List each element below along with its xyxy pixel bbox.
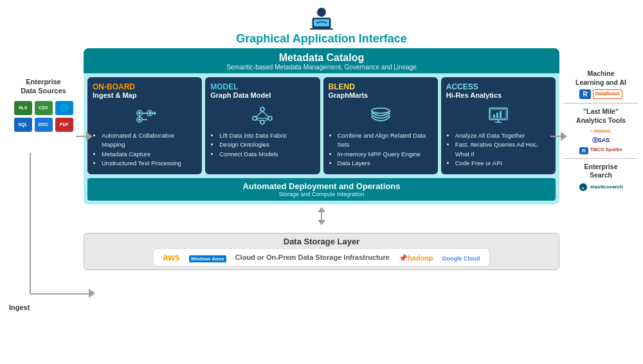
vert-line [321,212,322,220]
divider1 [564,103,638,104]
svg-rect-28 [496,113,498,118]
right-panel: MachineLearning and AI R DataRobot "Last… [564,69,638,192]
enterprise-search-title: EnterpriseSearch [564,163,638,180]
col-access: ACCESS Hi-Res Analytics [441,77,556,174]
col-blend-bullets: Combine and Align Related Data Sets In-m… [329,131,433,168]
svg-point-8 [149,112,151,114]
col-blend-subtitle: GraphMarts [329,91,433,99]
metadata-title: Metadata Catalog [90,52,553,64]
main-layout: Graphical Application Interface Metadata… [0,0,643,364]
analytics-icon [487,104,510,126]
left-panel: EnterpriseData Sources XLS CSV 🌐 SQL DOC… [6,77,80,138]
col-access-label: ACCESS [446,82,550,91]
bullet-item: Unstructured Text Processing [102,159,197,168]
divider2 [564,158,638,159]
bullet-item: Connect Data Models [219,150,314,159]
bullet-item: Data Layers [338,159,433,168]
ml-title: MachineLearning and AI [564,69,638,87]
pdf-icon: PDF [55,118,73,132]
col-blend-icon [329,103,433,127]
vert-arrows [318,207,325,225]
ingest-map-icon [133,104,156,126]
storage-layer-title: Data Storage Layer [91,237,552,246]
gai-title: Graphical Application Interface [236,32,406,46]
hadoop-text: 📌hadoop [399,254,433,262]
svg-point-5 [138,112,141,114]
sql-icon: SQL [14,118,32,132]
azure-text: Windows Azure [189,255,226,262]
col-blend-label: BLEND [329,82,433,91]
arrow-up [318,207,325,212]
col-onboard-subtitle: Ingest & Map [93,91,197,99]
bullet-item: Fast, Iterative Queries Ad Hoc, What if [455,140,550,159]
last-mile-tools: • tableau [564,128,638,134]
bullet-item: Metadata Capture [102,150,197,159]
col-access-subtitle: Hi-Res Analytics [446,91,550,99]
elasticsearch-icon: e [579,183,588,192]
tableau-logo: • tableau [591,128,611,134]
elastic-row: e elasticsearch [564,183,638,192]
svg-line-20 [262,111,269,117]
arrow-line [550,136,561,137]
cloud-text: Cloud or On-Prem Data Storage Infrastruc… [235,253,390,261]
hadoop-logo: 📌hadoop [399,251,433,263]
svg-rect-27 [493,114,495,118]
ml-tools: R DataRobot [564,89,638,99]
col-onboard-icon [93,103,197,127]
col-access-bullets: Analyze All Data Together Fast, Iterativ… [446,131,550,168]
metadata-subtitle: Semantic-based Metadata Management, Gove… [90,64,553,71]
google-cloud-logo: Google Cloud [442,251,480,263]
col-model-label: MODEL [210,82,314,91]
storage-logos: aws Windows Azure Cloud or On-Prem Data … [91,248,552,266]
person-icon [307,5,336,31]
ingest-label: Ingest [9,301,30,313]
aws-text: aws [163,252,179,262]
svg-marker-14 [154,111,156,115]
svg-rect-1 [314,19,329,26]
bullet-item: In-memory MPP Query Engine [338,150,433,159]
ingest-vert-line [30,153,31,295]
xls-icon: XLS [14,101,32,115]
col-blend: BLEND GraphMarts Combine and Align Relat… [323,77,438,174]
file-icons-grid: XLS CSV 🌐 SQL DOC PDF [6,101,80,132]
auto-deploy-bar: Automated Deployment and Operations Stor… [87,178,556,201]
col-model-subtitle: Graph Data Model [210,91,314,99]
storage-layer-box: Data Storage Layer aws Windows Azure Clo… [84,233,559,270]
svg-rect-29 [500,111,502,118]
bullet-item: Code Free or API [455,159,550,168]
bullet-item: Lift Data into Data Fabric [219,131,314,140]
col-onboard: ON-BOARD Ingest & Map [87,77,202,174]
col-model-icon [210,103,314,127]
person-icon-area [307,5,336,31]
svg-point-15 [260,107,264,111]
svg-point-18 [260,120,264,124]
svg-point-3 [317,8,326,17]
last-mile-title: "Last Mile"Analytics Tools [564,107,638,125]
svg-point-24 [372,108,390,113]
svg-line-21 [256,119,261,122]
metadata-header: Metadata Catalog Semantic-based Metadata… [84,48,559,73]
svg-rect-2 [310,28,333,30]
web-icon: 🌐 [55,101,73,115]
left-arrow-to-arch [76,132,93,141]
ingest-text: Ingest [9,304,30,311]
azure-logo: Windows Azure [189,251,226,263]
bullet-item: Combine and Align Related Data Sets [338,131,433,150]
aws-logo: aws [163,251,179,263]
eds-label: EnterpriseData Sources [6,77,80,96]
center-column: Graphical Application Interface Metadata… [84,0,559,270]
graph-model-icon [251,104,274,126]
bullet-item: Analyze All Data Together [455,131,550,140]
storage-layer-wrap: Data Storage Layer aws Windows Azure Clo… [84,233,559,270]
csv-icon: CSV [35,101,53,115]
datarobot-logo: DataRobot [593,89,622,99]
svg-line-22 [264,119,269,122]
auto-deploy-title: Automated Deployment and Operations [94,181,549,191]
last-mile-tools-3: R TIBCO Spotfire [564,147,638,154]
doc-icon: DOC [35,118,53,132]
col-onboard-bullets: Automated & Collaborative Mapping Metada… [93,131,197,168]
auto-deploy-subtitle: Storage and Compute Integration [94,191,549,197]
svg-point-10 [138,118,141,121]
r-logo: R [579,89,590,99]
arrow-head [86,132,93,141]
